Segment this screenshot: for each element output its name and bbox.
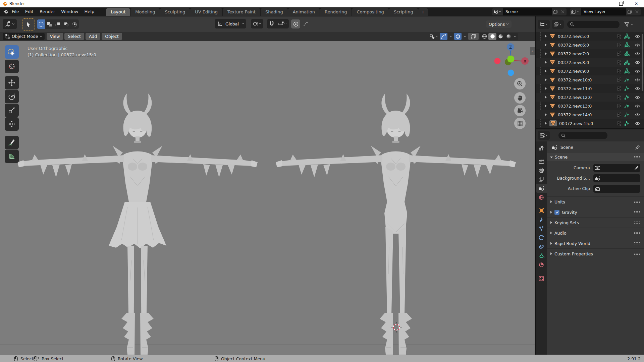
minimize-button[interactable]: – [598, 0, 613, 7]
navigation-gizmo[interactable]: Z X [492, 42, 532, 79]
tab-texture[interactable] [536, 274, 547, 283]
expand-icon[interactable] [545, 96, 547, 99]
select-menu[interactable]: Select [64, 33, 84, 40]
menu-window[interactable]: Window [58, 7, 81, 16]
mode-dropdown[interactable]: Object Mode [3, 33, 45, 40]
drag-dots-icon[interactable] [634, 200, 641, 203]
outliner-row[interactable]: 00372.new:7:0 [536, 49, 644, 58]
shape-data-icon[interactable] [624, 86, 630, 91]
outliner-display-mode-dropdown[interactable] [552, 20, 564, 29]
shape-data-icon[interactable] [624, 77, 630, 82]
camera-select-field[interactable] [593, 164, 640, 172]
scene-browse-button[interactable] [492, 8, 503, 15]
menu-edit[interactable]: Edit [22, 7, 37, 16]
shape-data-icon[interactable] [624, 112, 630, 117]
mesh-data-icon[interactable] [624, 42, 630, 48]
drag-dots-icon[interactable] [634, 232, 641, 234]
hide-viewport-eye-icon[interactable] [635, 69, 640, 73]
proportional-editing-toggle[interactable] [291, 19, 300, 28]
menu-file[interactable]: File [9, 7, 22, 16]
panel-keying-sets[interactable]: Keying Sets [547, 217, 644, 228]
shape-data-icon[interactable] [624, 103, 630, 109]
select-mode-intersect-button[interactable] [70, 19, 79, 29]
view-layer-name-field[interactable]: View Layer [581, 8, 626, 15]
scene-panel-header[interactable]: Scene [547, 153, 644, 161]
modifier-stack-icon[interactable] [617, 95, 622, 100]
proportional-falloff-dropdown[interactable] [301, 19, 310, 28]
outliner-row[interactable]: 00372.new:14:0 [536, 110, 644, 119]
modifier-stack-icon[interactable] [617, 112, 622, 117]
shading-material-button[interactable] [496, 33, 504, 40]
toolbar-measure[interactable] [5, 149, 19, 163]
tab-scene[interactable] [536, 184, 547, 193]
shape-data-icon[interactable] [624, 121, 630, 126]
drag-dots-icon[interactable] [634, 211, 641, 214]
pivot-point-dropdown[interactable] [251, 19, 263, 28]
menu-help[interactable]: Help [82, 7, 98, 16]
hide-viewport-eye-icon[interactable] [635, 78, 640, 82]
chevron-down-icon[interactable] [514, 36, 516, 38]
outliner-scrollbar[interactable] [642, 34, 643, 91]
overlays-dropdown[interactable] [463, 33, 467, 40]
hide-viewport-eye-icon[interactable] [635, 96, 640, 99]
active-tool-selector[interactable] [3, 19, 17, 29]
outliner-editor-type-dropdown[interactable] [538, 20, 550, 29]
hide-viewport-eye-icon[interactable] [635, 87, 640, 90]
scene-name-field[interactable]: Scene [503, 8, 552, 15]
drag-dots-icon[interactable] [634, 221, 641, 224]
panel-audio[interactable]: Audio [547, 228, 644, 238]
drag-dots-icon[interactable] [634, 252, 641, 255]
show-gizmos-toggle[interactable] [440, 33, 447, 40]
tab-object[interactable] [536, 206, 547, 215]
restore-button[interactable] [613, 0, 629, 7]
shape-data-icon[interactable] [624, 95, 630, 100]
view-layer-browse-button[interactable] [570, 8, 581, 15]
expand-icon[interactable] [545, 87, 547, 90]
drag-dots-icon[interactable] [634, 156, 641, 159]
expand-icon[interactable] [545, 70, 547, 72]
hide-viewport-eye-icon[interactable] [635, 122, 640, 125]
outliner-filter-dropdown[interactable] [624, 22, 633, 27]
select-mode-invert-button[interactable] [62, 19, 70, 29]
expand-icon[interactable] [545, 105, 547, 107]
add-menu[interactable]: Add [86, 33, 100, 40]
modifier-stack-icon[interactable] [617, 34, 622, 39]
outliner-search-input[interactable] [567, 21, 620, 28]
tab-animation[interactable]: Animation [288, 8, 320, 16]
toolbar-transform[interactable] [5, 117, 19, 131]
hide-viewport-eye-icon[interactable] [635, 43, 640, 47]
pin-icon[interactable] [635, 145, 640, 150]
panel-custom-properties[interactable]: Custom Properties [547, 248, 644, 259]
tab-object-data[interactable] [536, 251, 547, 260]
modifier-stack-icon[interactable] [617, 69, 622, 73]
mesh-data-icon[interactable] [624, 34, 630, 39]
tab-shading[interactable]: Shading [261, 8, 288, 16]
tab-texture-paint[interactable]: Texture Paint [223, 8, 260, 16]
expand-icon[interactable] [545, 122, 547, 125]
scene-unlink-button[interactable] [559, 8, 567, 15]
toolbar-cursor[interactable] [5, 60, 19, 73]
zoom-view-button[interactable] [514, 78, 526, 89]
outliner-row[interactable]: 00372.new:8:0 [536, 58, 644, 67]
tab-scripting[interactable]: Scripting [389, 8, 418, 16]
hide-viewport-eye-icon[interactable] [635, 35, 640, 38]
outliner-row[interactable]: 00372.new:12:0 [536, 93, 644, 102]
panel-gravity[interactable]: Gravity [547, 207, 644, 217]
expand-icon[interactable] [545, 52, 547, 55]
toolbar-rotate[interactable] [5, 90, 19, 103]
outliner-row[interactable]: 00372.new:5:0 [536, 32, 644, 41]
tab-compositing[interactable]: Compositing [352, 8, 389, 16]
modifier-stack-icon[interactable] [617, 104, 622, 108]
tab-output[interactable] [536, 166, 547, 175]
scene-copy-button[interactable] [552, 8, 559, 15]
pan-view-button[interactable] [514, 92, 526, 104]
toolbar-scale[interactable] [5, 104, 19, 117]
expand-icon[interactable] [545, 35, 547, 38]
properties-search-input[interactable] [558, 132, 607, 139]
tab-render[interactable] [536, 157, 547, 166]
tab-sculpting[interactable]: Sculpting [160, 8, 190, 16]
view-menu[interactable]: View [47, 33, 63, 40]
modifier-stack-icon[interactable] [617, 43, 622, 47]
shading-solid-button[interactable] [488, 33, 496, 40]
shading-rendered-button[interactable] [504, 33, 513, 40]
